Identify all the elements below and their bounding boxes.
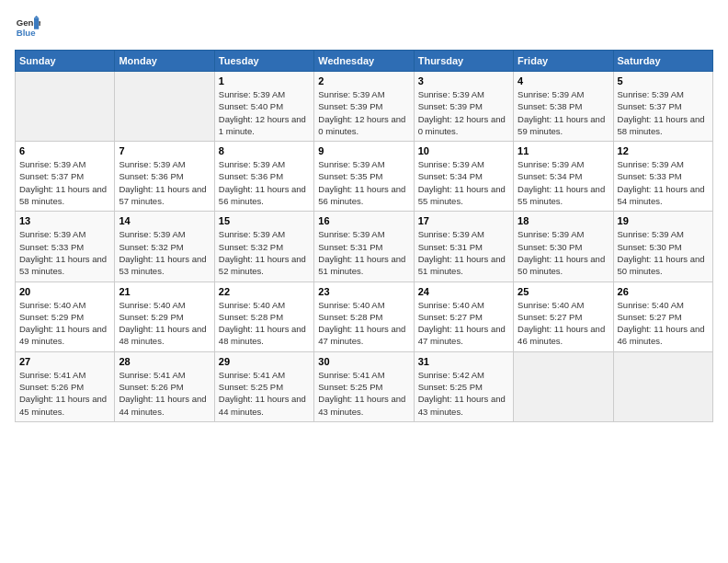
day-detail: Sunrise: 5:39 AMSunset: 5:36 PMDaylight:…: [219, 158, 310, 207]
day-number: 8: [219, 145, 310, 156]
day-number: 9: [318, 145, 409, 156]
weekday-header: Saturday: [613, 51, 712, 72]
day-detail: Sunrise: 5:39 AMSunset: 5:33 PMDaylight:…: [618, 158, 709, 207]
day-detail: Sunrise: 5:40 AMSunset: 5:29 PMDaylight:…: [19, 299, 110, 348]
svg-text:Blue: Blue: [17, 28, 36, 38]
day-detail: Sunrise: 5:39 AMSunset: 5:32 PMDaylight:…: [119, 228, 210, 277]
calendar-cell: 24Sunrise: 5:40 AMSunset: 5:27 PMDayligh…: [414, 282, 513, 351]
day-detail: Sunrise: 5:41 AMSunset: 5:25 PMDaylight:…: [219, 369, 310, 418]
calendar-cell: 23Sunrise: 5:40 AMSunset: 5:28 PMDayligh…: [314, 282, 414, 351]
svg-marker-3: [34, 16, 39, 18]
day-number: 14: [119, 215, 210, 226]
day-detail: Sunrise: 5:39 AMSunset: 5:38 PMDaylight:…: [518, 88, 609, 137]
calendar-cell: 15Sunrise: 5:39 AMSunset: 5:32 PMDayligh…: [214, 212, 313, 282]
day-number: 11: [518, 145, 609, 156]
calendar-table: SundayMondayTuesdayWednesdayThursdayFrid…: [15, 50, 713, 422]
day-detail: Sunrise: 5:39 AMSunset: 5:31 PMDaylight:…: [318, 228, 409, 277]
calendar-cell: 31Sunrise: 5:42 AMSunset: 5:25 PMDayligh…: [414, 351, 513, 421]
weekday-header: Friday: [514, 51, 613, 72]
day-detail: Sunrise: 5:39 AMSunset: 5:35 PMDaylight:…: [318, 158, 409, 207]
calendar-cell: 5Sunrise: 5:39 AMSunset: 5:37 PMDaylight…: [613, 72, 712, 142]
calendar-cell: 22Sunrise: 5:40 AMSunset: 5:28 PMDayligh…: [214, 282, 313, 351]
day-number: 31: [418, 356, 509, 367]
page-header: General Blue: [15, 15, 713, 40]
weekday-header: Thursday: [414, 51, 513, 72]
day-detail: Sunrise: 5:39 AMSunset: 5:30 PMDaylight:…: [518, 228, 609, 277]
day-number: 21: [119, 286, 210, 297]
day-number: 15: [219, 215, 310, 226]
calendar-cell: 11Sunrise: 5:39 AMSunset: 5:34 PMDayligh…: [514, 142, 613, 212]
calendar-cell: 25Sunrise: 5:40 AMSunset: 5:27 PMDayligh…: [514, 282, 613, 351]
day-detail: Sunrise: 5:39 AMSunset: 5:39 PMDaylight:…: [418, 88, 509, 137]
calendar-cell: 10Sunrise: 5:39 AMSunset: 5:34 PMDayligh…: [414, 142, 513, 212]
day-detail: Sunrise: 5:39 AMSunset: 5:40 PMDaylight:…: [219, 88, 310, 137]
calendar-cell: 27Sunrise: 5:41 AMSunset: 5:26 PMDayligh…: [16, 351, 115, 421]
calendar-cell: 29Sunrise: 5:41 AMSunset: 5:25 PMDayligh…: [214, 351, 313, 421]
day-detail: Sunrise: 5:39 AMSunset: 5:34 PMDaylight:…: [418, 158, 509, 207]
calendar-header-row: SundayMondayTuesdayWednesdayThursdayFrid…: [16, 51, 713, 72]
day-detail: Sunrise: 5:39 AMSunset: 5:34 PMDaylight:…: [518, 158, 609, 207]
calendar-cell: 6Sunrise: 5:39 AMSunset: 5:37 PMDaylight…: [16, 142, 115, 212]
day-number: 26: [618, 286, 709, 297]
day-detail: Sunrise: 5:39 AMSunset: 5:39 PMDaylight:…: [318, 88, 409, 137]
calendar-cell: 28Sunrise: 5:41 AMSunset: 5:26 PMDayligh…: [115, 351, 214, 421]
day-number: 22: [219, 286, 310, 297]
day-detail: Sunrise: 5:40 AMSunset: 5:27 PMDaylight:…: [618, 299, 709, 348]
calendar-cell: 17Sunrise: 5:39 AMSunset: 5:31 PMDayligh…: [414, 212, 513, 282]
day-number: 2: [318, 75, 409, 86]
day-detail: Sunrise: 5:39 AMSunset: 5:30 PMDaylight:…: [618, 228, 709, 277]
day-detail: Sunrise: 5:39 AMSunset: 5:37 PMDaylight:…: [618, 88, 709, 137]
day-number: 1: [219, 75, 310, 86]
day-detail: Sunrise: 5:41 AMSunset: 5:26 PMDaylight:…: [119, 369, 210, 418]
svg-marker-2: [34, 18, 39, 29]
day-detail: Sunrise: 5:40 AMSunset: 5:28 PMDaylight:…: [318, 299, 409, 348]
day-detail: Sunrise: 5:41 AMSunset: 5:25 PMDaylight:…: [318, 369, 409, 418]
calendar-cell: 1Sunrise: 5:39 AMSunset: 5:40 PMDaylight…: [214, 72, 313, 142]
weekday-header: Wednesday: [314, 51, 414, 72]
day-number: 16: [318, 215, 409, 226]
calendar-cell: [16, 72, 115, 142]
day-detail: Sunrise: 5:39 AMSunset: 5:33 PMDaylight:…: [19, 228, 110, 277]
day-number: 23: [318, 286, 409, 297]
calendar-body: 1Sunrise: 5:39 AMSunset: 5:40 PMDaylight…: [16, 72, 713, 422]
day-number: 17: [418, 215, 509, 226]
day-detail: Sunrise: 5:41 AMSunset: 5:26 PMDaylight:…: [19, 369, 110, 418]
calendar-cell: [613, 351, 712, 421]
day-detail: Sunrise: 5:40 AMSunset: 5:29 PMDaylight:…: [119, 299, 210, 348]
day-number: 3: [418, 75, 509, 86]
day-number: 28: [119, 356, 210, 367]
day-number: 20: [19, 286, 110, 297]
logo: General Blue: [15, 15, 40, 40]
day-number: 18: [518, 215, 609, 226]
day-number: 4: [518, 75, 609, 86]
day-detail: Sunrise: 5:42 AMSunset: 5:25 PMDaylight:…: [418, 369, 509, 418]
calendar-cell: [514, 351, 613, 421]
day-detail: Sunrise: 5:40 AMSunset: 5:27 PMDaylight:…: [518, 299, 609, 348]
day-detail: Sunrise: 5:39 AMSunset: 5:31 PMDaylight:…: [418, 228, 509, 277]
calendar-cell: 3Sunrise: 5:39 AMSunset: 5:39 PMDaylight…: [414, 72, 513, 142]
day-number: 13: [19, 215, 110, 226]
calendar-cell: 21Sunrise: 5:40 AMSunset: 5:29 PMDayligh…: [115, 282, 214, 351]
day-detail: Sunrise: 5:39 AMSunset: 5:37 PMDaylight:…: [19, 158, 110, 207]
day-number: 25: [518, 286, 609, 297]
calendar-cell: 2Sunrise: 5:39 AMSunset: 5:39 PMDaylight…: [314, 72, 414, 142]
calendar-week-row: 13Sunrise: 5:39 AMSunset: 5:33 PMDayligh…: [16, 212, 713, 282]
day-number: 5: [618, 75, 709, 86]
day-detail: Sunrise: 5:40 AMSunset: 5:28 PMDaylight:…: [219, 299, 310, 348]
day-number: 30: [318, 356, 409, 367]
day-number: 29: [219, 356, 310, 367]
calendar-week-row: 27Sunrise: 5:41 AMSunset: 5:26 PMDayligh…: [16, 351, 713, 421]
calendar-cell: [115, 72, 214, 142]
calendar-cell: 13Sunrise: 5:39 AMSunset: 5:33 PMDayligh…: [16, 212, 115, 282]
calendar-week-row: 20Sunrise: 5:40 AMSunset: 5:29 PMDayligh…: [16, 282, 713, 351]
day-number: 12: [618, 145, 709, 156]
weekday-header: Monday: [115, 51, 214, 72]
logo-icon: General Blue: [15, 15, 40, 40]
day-number: 24: [418, 286, 509, 297]
day-number: 19: [618, 215, 709, 226]
calendar-cell: 30Sunrise: 5:41 AMSunset: 5:25 PMDayligh…: [314, 351, 414, 421]
calendar-cell: 9Sunrise: 5:39 AMSunset: 5:35 PMDaylight…: [314, 142, 414, 212]
day-detail: Sunrise: 5:40 AMSunset: 5:27 PMDaylight:…: [418, 299, 509, 348]
day-detail: Sunrise: 5:39 AMSunset: 5:32 PMDaylight:…: [219, 228, 310, 277]
calendar-cell: 7Sunrise: 5:39 AMSunset: 5:36 PMDaylight…: [115, 142, 214, 212]
